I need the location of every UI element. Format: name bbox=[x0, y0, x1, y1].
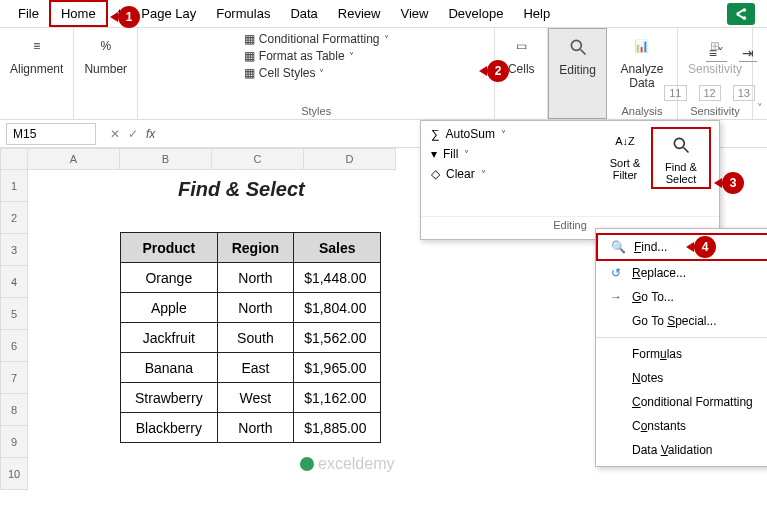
group-analysis: 📊 Analyze Data Analysis bbox=[607, 28, 678, 119]
tab-formulas[interactable]: Formulas bbox=[206, 2, 280, 25]
find-select-submenu: 🔍Find... ↺Replace... →Go To... Go To Spe… bbox=[595, 228, 767, 467]
table-row: StrawberryWest$ 1,162.00 bbox=[121, 383, 381, 413]
table-icon: ▦ bbox=[244, 49, 255, 63]
arrow-1 bbox=[110, 12, 118, 22]
fill-icon: ▾ bbox=[431, 147, 437, 161]
sensitivity-group-label: Sensitivity bbox=[690, 105, 740, 117]
sort-icon: A↓Z bbox=[609, 127, 641, 155]
cancel-icon[interactable]: ✕ bbox=[110, 127, 120, 141]
editing-dropdown-panel: ∑AutoSum ˅ ▾Fill˅ ◇Clear˅ A↓Z Sort & Fil… bbox=[420, 120, 720, 240]
arrow-4 bbox=[686, 242, 694, 252]
analyze-icon[interactable]: 📊 bbox=[626, 32, 658, 60]
number-icon[interactable]: % bbox=[90, 32, 122, 60]
search-icon bbox=[665, 131, 697, 159]
ribbon: ≡ Alignment % Number ▦Conditional Format… bbox=[0, 28, 767, 120]
watermark: exceldemy bbox=[300, 455, 394, 473]
row-header[interactable]: 1 bbox=[0, 170, 28, 202]
th-product: Product bbox=[121, 233, 218, 263]
svg-line-1 bbox=[580, 50, 585, 55]
group-alignment: ≡ Alignment bbox=[0, 28, 74, 119]
mini-toolbar: ≡˅ ⇥ bbox=[706, 45, 757, 62]
cell-styles-icon: ▦ bbox=[244, 66, 255, 80]
autosum-button[interactable]: ∑AutoSum ˅ bbox=[431, 127, 585, 141]
menu-notes[interactable]: Notes bbox=[596, 366, 767, 390]
col-header[interactable]: D bbox=[304, 148, 396, 170]
group-editing[interactable]: Editing bbox=[548, 28, 607, 119]
row-header[interactable]: 7 bbox=[0, 362, 28, 394]
menu-goto-special[interactable]: Go To Special... bbox=[596, 309, 767, 333]
sort-filter-button[interactable]: A↓Z Sort & Filter bbox=[603, 127, 647, 181]
tab-file[interactable]: File bbox=[8, 2, 49, 25]
menu-formulas[interactable]: Formulas bbox=[596, 342, 767, 366]
data-table: Product Region Sales OrangeNorth$ 1,448.… bbox=[120, 232, 381, 443]
menu-replace[interactable]: ↺Replace... bbox=[596, 261, 767, 285]
arrow-3 bbox=[714, 178, 722, 188]
cell-styles-button[interactable]: ▦Cell Styles˅ bbox=[244, 66, 389, 80]
cond-fmt-icon: ▦ bbox=[244, 32, 255, 46]
sigma-icon: ∑ bbox=[431, 127, 440, 141]
search-icon: 🔍 bbox=[610, 240, 626, 254]
mini-indent-icon[interactable]: ⇥ bbox=[739, 45, 757, 62]
analysis-group-label: Analysis bbox=[621, 105, 662, 117]
mini-align-icon[interactable]: ≡˅ bbox=[706, 45, 727, 62]
row-header[interactable]: 8 bbox=[0, 394, 28, 426]
tab-home[interactable]: Home bbox=[49, 0, 108, 27]
menu-data-validation[interactable]: Data Validation bbox=[596, 438, 767, 462]
tab-view[interactable]: View bbox=[390, 2, 438, 25]
row-header[interactable]: 6 bbox=[0, 330, 28, 362]
name-box[interactable]: M15 bbox=[6, 123, 96, 145]
eraser-icon: ◇ bbox=[431, 167, 440, 181]
col-header[interactable]: B bbox=[120, 148, 212, 170]
share-button[interactable] bbox=[727, 3, 755, 25]
row-header[interactable]: 10 bbox=[0, 458, 28, 490]
menu-cond-fmt[interactable]: Conditional Formatting bbox=[596, 390, 767, 414]
clear-button[interactable]: ◇Clear˅ bbox=[431, 167, 585, 181]
row-header[interactable]: 3 bbox=[0, 234, 28, 266]
arrow-2 bbox=[479, 66, 487, 76]
mini-keys: 11 12 13 bbox=[664, 85, 767, 101]
fill-button[interactable]: ▾Fill˅ bbox=[431, 147, 585, 161]
menu-constants[interactable]: Constants bbox=[596, 414, 767, 438]
row-header[interactable]: 5 bbox=[0, 298, 28, 330]
tab-page-layout[interactable]: Page Lay bbox=[131, 2, 206, 25]
enter-icon[interactable]: ✓ bbox=[128, 127, 138, 141]
number-label: Number bbox=[84, 62, 127, 76]
format-as-table-button[interactable]: ▦Format as Table˅ bbox=[244, 49, 389, 63]
group-styles: ▦Conditional Formatting˅ ▦Format as Tabl… bbox=[138, 28, 495, 119]
editing-label: Editing bbox=[559, 63, 596, 77]
cells-icon[interactable]: ▭ bbox=[505, 32, 537, 60]
row-header[interactable]: 4 bbox=[0, 266, 28, 298]
fx-icon[interactable]: fx bbox=[146, 127, 155, 141]
replace-icon: ↺ bbox=[608, 266, 624, 280]
col-header[interactable]: A bbox=[28, 148, 120, 170]
tab-help[interactable]: Help bbox=[513, 2, 560, 25]
tab-developer[interactable]: Develope bbox=[438, 2, 513, 25]
table-row: BlackberryNorth$ 1,885.00 bbox=[121, 413, 381, 443]
th-sales: Sales bbox=[294, 233, 381, 263]
group-number: % Number bbox=[74, 28, 138, 119]
th-region: Region bbox=[217, 233, 293, 263]
cells-label: Cells bbox=[508, 62, 535, 76]
alignment-icon[interactable]: ≡ bbox=[21, 32, 53, 60]
select-all-corner[interactable] bbox=[0, 148, 28, 170]
menu-find[interactable]: 🔍Find... bbox=[596, 233, 767, 261]
sensitivity-label: Sensitivity bbox=[688, 62, 742, 76]
row-header[interactable]: 2 bbox=[0, 202, 28, 234]
svg-point-0 bbox=[571, 40, 581, 50]
alignment-label: Alignment bbox=[10, 62, 63, 76]
step-badge-3: 3 bbox=[722, 172, 744, 194]
conditional-formatting-button[interactable]: ▦Conditional Formatting˅ bbox=[244, 32, 389, 46]
col-header[interactable]: C bbox=[212, 148, 304, 170]
tab-data[interactable]: Data bbox=[280, 2, 327, 25]
ribbon-expand[interactable]: ˅ bbox=[753, 28, 767, 119]
find-select-button[interactable]: Find & Select bbox=[651, 127, 711, 189]
table-row: AppleNorth$ 1,804.00 bbox=[121, 293, 381, 323]
menu-goto[interactable]: →Go To... bbox=[596, 285, 767, 309]
group-sensitivity: ⊞ Sensitivity Sensitivity bbox=[678, 28, 753, 119]
svg-line-3 bbox=[684, 148, 689, 153]
tab-review[interactable]: Review bbox=[328, 2, 391, 25]
row-header[interactable]: 9 bbox=[0, 426, 28, 458]
goto-icon: → bbox=[608, 290, 624, 304]
table-row: OrangeNorth$ 1,448.00 bbox=[121, 263, 381, 293]
analyze-label: Analyze Data bbox=[617, 62, 667, 90]
